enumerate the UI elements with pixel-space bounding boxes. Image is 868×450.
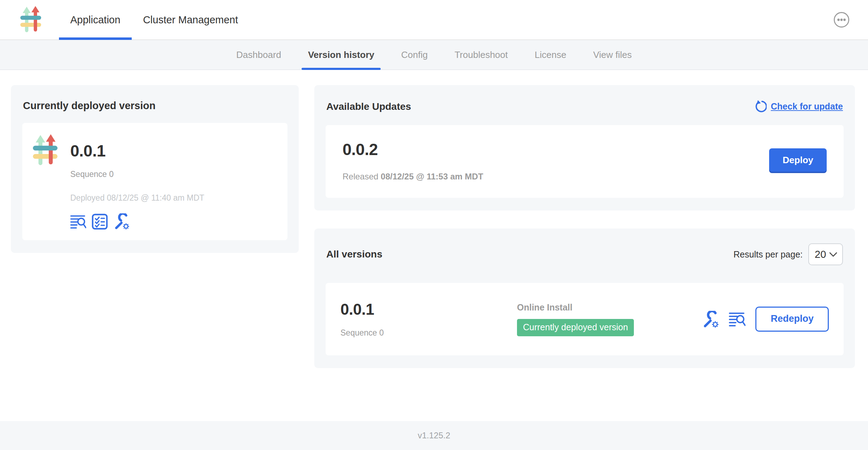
app-logo	[20, 6, 41, 34]
subnav-tab-config-label: Config	[401, 49, 428, 60]
currently-deployed-title: Currently deployed version	[23, 100, 287, 112]
all-versions-card: All versions Results per page: 20 0.0	[314, 229, 855, 368]
available-updates-card: Available Updates Check for update 0.0.2…	[314, 85, 855, 211]
deploy-button[interactable]: Deploy	[769, 148, 827, 173]
overflow-menu-button[interactable]	[833, 12, 850, 28]
version-row-actions: Redeploy	[702, 307, 829, 332]
all-versions-header: All versions Results per page: 20	[326, 243, 843, 265]
update-released-line: Released 08/12/25 @ 11:53 am MDT	[343, 172, 483, 182]
edit-config-icon[interactable]	[113, 213, 130, 230]
subnav-tab-dashboard[interactable]: Dashboard	[223, 40, 295, 70]
released-prefix: Released	[343, 172, 378, 181]
view-logs-icon[interactable]	[729, 311, 745, 327]
available-updates-header: Available Updates Check for update	[326, 100, 843, 113]
left-column: Currently deployed version 0.0.1 Sequenc…	[11, 85, 299, 253]
available-update-row: 0.0.2 Released 08/12/25 @ 11:53 am MDT D…	[326, 125, 844, 198]
tab-cluster-management-label: Cluster Management	[143, 14, 238, 26]
top-header: Application Cluster Management	[0, 0, 868, 40]
results-per-page-value: 20	[815, 249, 826, 260]
results-per-page-label: Results per page:	[733, 249, 803, 260]
subnav-tab-view-files[interactable]: View files	[580, 40, 645, 70]
update-version-number: 0.0.2	[343, 140, 483, 159]
install-type-label: Online Install	[517, 302, 702, 313]
subnav-tab-config[interactable]: Config	[388, 40, 441, 70]
subnav-tab-troubleshoot-label: Troubleshoot	[454, 49, 508, 60]
subnav-tab-license-label: License	[535, 49, 566, 60]
check-for-update-link[interactable]: Check for update	[754, 100, 843, 113]
released-timestamp: 08/12/25 @ 11:53 am MDT	[381, 172, 483, 181]
redeploy-button[interactable]: Redeploy	[755, 307, 829, 332]
admin-console-page: Application Cluster Management Dashboard…	[0, 0, 868, 450]
version-row-sequence: Sequence 0	[340, 328, 517, 338]
app-subnav: Dashboard Version history Config Trouble…	[0, 40, 868, 70]
tab-application-label: Application	[70, 14, 120, 26]
console-version: v1.125.2	[418, 431, 450, 440]
subnav-tab-license[interactable]: License	[521, 40, 580, 70]
deployed-sequence: Sequence 0	[70, 170, 204, 179]
view-logs-icon[interactable]	[70, 214, 86, 230]
subnav-tab-troubleshoot[interactable]: Troubleshoot	[441, 40, 521, 70]
right-column: Available Updates Check for update 0.0.2…	[314, 85, 855, 368]
subnav-tab-version-history-label: Version history	[308, 49, 374, 60]
refresh-icon	[754, 100, 767, 113]
tab-cluster-management[interactable]: Cluster Management	[132, 0, 249, 40]
check-for-update-label: Check for update	[771, 101, 843, 112]
results-per-page: Results per page: 20	[733, 243, 843, 265]
version-row-info: 0.0.1 Sequence 0	[340, 301, 517, 338]
deployed-version-info: 0.0.1 Sequence 0 Deployed 08/12/25 @ 11:…	[70, 133, 204, 230]
edit-config-icon[interactable]	[702, 311, 719, 328]
currently-deployed-card: Currently deployed version 0.0.1 Sequenc…	[11, 85, 299, 253]
chevron-down-icon	[829, 252, 837, 257]
version-row-status: Online Install Currently deployed versio…	[517, 302, 702, 336]
update-info: 0.0.2 Released 08/12/25 @ 11:53 am MDT	[343, 140, 483, 182]
results-per-page-select[interactable]: 20	[808, 243, 843, 265]
deployed-version-panel: 0.0.1 Sequence 0 Deployed 08/12/25 @ 11:…	[22, 123, 287, 240]
console-footer: v1.125.2	[0, 421, 868, 450]
preflight-checks-icon[interactable]	[92, 214, 108, 230]
app-logo-icon	[20, 6, 41, 34]
ellipsis-circle-icon	[833, 12, 850, 28]
tab-application[interactable]: Application	[59, 0, 132, 40]
version-row: 0.0.1 Sequence 0 Online Install Currentl…	[326, 283, 844, 355]
main-content: Currently deployed version 0.0.1 Sequenc…	[0, 70, 868, 421]
subnav-tab-version-history[interactable]: Version history	[295, 40, 388, 70]
deployed-actions	[70, 213, 204, 230]
deployed-timestamp: Deployed 08/12/25 @ 11:40 am MDT	[70, 193, 204, 203]
currently-deployed-badge: Currently deployed version	[517, 319, 634, 336]
deployed-version-number: 0.0.1	[70, 141, 204, 160]
all-versions-title: All versions	[326, 249, 382, 260]
subnav-tab-dashboard-label: Dashboard	[236, 49, 281, 60]
app-logo-icon	[33, 134, 58, 167]
version-row-number: 0.0.1	[340, 301, 517, 318]
available-updates-title: Available Updates	[326, 101, 411, 112]
subnav-tab-view-files-label: View files	[593, 49, 632, 60]
